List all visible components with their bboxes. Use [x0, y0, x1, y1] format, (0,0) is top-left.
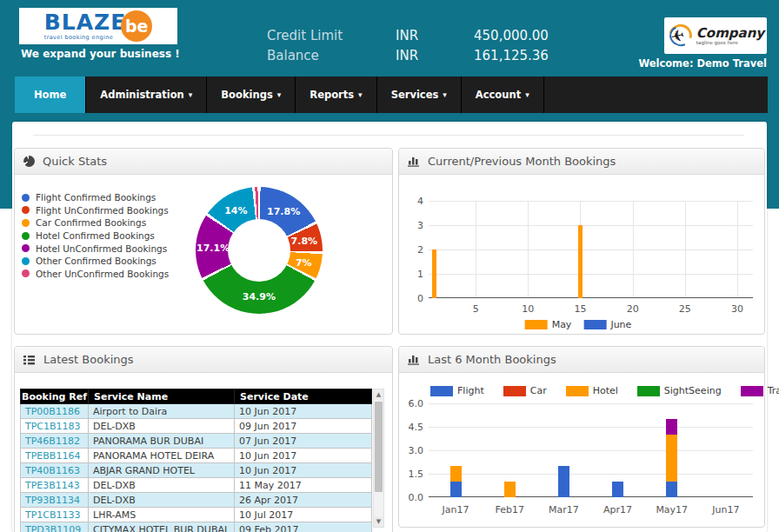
- pie-chart-icon: [23, 156, 35, 167]
- legend-color-swatch: [525, 320, 548, 329]
- legend-item-label: SightSeeing: [664, 385, 722, 396]
- logo-be-badge: be: [121, 10, 152, 42]
- table-row: TP1CB1133LHR-AMS10 Jul 2017: [21, 508, 372, 522]
- list-icon: [23, 355, 36, 365]
- scrollbar-thumb[interactable]: [375, 402, 383, 492]
- latest-bookings-table: Booking RefService NameService Date TP00…: [20, 389, 372, 532]
- legend-item-label: Other Confirmed Bookings: [36, 256, 156, 266]
- x-axis-label: 5: [473, 303, 479, 315]
- legend-color-dot: [22, 269, 30, 277]
- stacked-bar-segment: [612, 482, 623, 497]
- booking-ref-link[interactable]: TPC1B1183: [21, 419, 89, 434]
- booking-ref-link[interactable]: TPE3B1143: [21, 478, 89, 493]
- content-divider: [33, 135, 744, 136]
- y-axis-label: 1: [401, 269, 423, 280]
- balance-currency: INR: [396, 48, 418, 63]
- booking-ref-link[interactable]: TPD3B1109: [21, 522, 89, 532]
- table-column-header: Booking Ref: [21, 389, 89, 404]
- scrollbar-up-arrow[interactable]: ▲: [374, 389, 383, 400]
- logo-brand-text: BLAZE: [44, 12, 127, 33]
- y-axis-label: 3.0: [401, 445, 423, 456]
- gridline: [429, 450, 753, 451]
- nav-item-label: Account: [476, 89, 521, 101]
- y-axis-label: 0.0: [401, 492, 423, 503]
- legend-item-label: Car Confirmed Bookings: [36, 217, 146, 228]
- nav-item-home[interactable]: Home: [15, 76, 86, 113]
- x-axis-label: Feb17: [496, 504, 524, 515]
- service-date-cell: 11 May 2017: [235, 478, 372, 493]
- x-axis-line: [429, 496, 753, 497]
- legend-item-label: June: [610, 319, 631, 330]
- nav-item-services[interactable]: Services▾: [377, 76, 462, 113]
- service-name-cell: DEL-DXB: [89, 493, 235, 508]
- blaze-logo[interactable]: BLAZE travel booking engine be: [19, 8, 177, 44]
- company-logo-text: Company: [696, 27, 764, 40]
- donut-hole: [228, 219, 290, 282]
- chevron-down-icon: ▾: [277, 90, 282, 99]
- booking-ref-link[interactable]: TP46B1182: [21, 434, 89, 449]
- service-date-cell: 26 Apr 2017: [235, 493, 372, 508]
- y-axis-label: 2: [401, 244, 423, 256]
- stacked-bar-segment: [450, 482, 462, 497]
- balance-value: 161,125.36: [474, 48, 549, 63]
- legend-color-swatch: [637, 386, 660, 396]
- service-date-cell: 10 Jul 2017: [235, 508, 372, 522]
- legend-color-dot: [22, 194, 30, 202]
- y-axis-label: 4: [401, 196, 423, 207]
- latest-bookings-header: Latest Bookings: [15, 347, 392, 373]
- credit-limit-currency: INR: [396, 28, 418, 43]
- table-row: TPE3B1143DEL-DXB11 May 2017: [21, 478, 372, 493]
- airplane-icon: ✈: [667, 22, 695, 50]
- quick-stats-header: Quick Stats: [15, 149, 392, 175]
- legend-item-label: Hotel UnConfirmed Bookings: [36, 243, 167, 254]
- latest-bookings-title: Latest Bookings: [43, 353, 134, 366]
- x-axis-label: Jun17: [712, 504, 739, 515]
- legend-color-swatch: [430, 386, 453, 396]
- nav-item-label: Bookings: [221, 89, 272, 101]
- main-nav: HomeAdministration▾Bookings▾Reports▾Serv…: [15, 76, 768, 113]
- legend-item: Flight: [430, 385, 484, 396]
- quick-stats-legend: Flight Confirmed BookingsFlight UnConfir…: [22, 191, 169, 280]
- donut-slice-label: 7.8%: [291, 236, 318, 247]
- booking-ref-link[interactable]: TP1CB1133: [21, 508, 89, 522]
- stacked-bar-segment: [666, 482, 677, 497]
- scrollbar-down-arrow[interactable]: ▼: [374, 516, 383, 527]
- y-axis-label: 6.0: [401, 398, 423, 409]
- gridline: [429, 474, 753, 475]
- booking-ref-link[interactable]: TP00B1186: [21, 404, 89, 419]
- table-column-header: Service Date: [235, 389, 372, 404]
- chevron-down-icon: ▾: [358, 90, 363, 99]
- nav-item-administration[interactable]: Administration▾: [86, 76, 207, 113]
- gridline: [429, 249, 753, 250]
- column-bar: [578, 225, 583, 298]
- table-scrollbar[interactable]: ▲ ▼: [373, 389, 384, 528]
- service-date-cell: 10 Jun 2017: [235, 404, 372, 419]
- gridline: [633, 201, 634, 298]
- credit-limit-value: 450,000.00: [474, 28, 549, 43]
- donut-slice-label: 7%: [296, 256, 312, 268]
- nav-item-label: Services: [391, 89, 439, 101]
- booking-ref-link[interactable]: TP93B1134: [21, 493, 89, 508]
- legend-color-dot: [22, 232, 30, 240]
- gridline: [429, 403, 753, 404]
- service-date-cell: 09 Jun 2017: [235, 419, 372, 434]
- legend-color-dot: [22, 206, 30, 214]
- quick-stats-panel: Quick Stats Flight Confirmed BookingsFli…: [14, 148, 393, 335]
- legend-item: Car: [503, 385, 547, 396]
- booking-ref-link[interactable]: TP40B1163: [21, 463, 89, 478]
- nav-item-reports[interactable]: Reports▾: [296, 76, 376, 113]
- x-axis-label: 20: [627, 303, 639, 315]
- gridline: [429, 201, 753, 202]
- gridline: [476, 201, 476, 298]
- booking-ref-link[interactable]: TPEBB1164: [21, 449, 89, 463]
- table-row: TP46B1182PANORAMA BUR DUBAI07 Jun 2017: [21, 434, 372, 449]
- nav-item-bookings[interactable]: Bookings▾: [207, 76, 296, 113]
- legend-color-dot: [22, 257, 30, 265]
- legend-item: Flight Confirmed Bookings: [22, 191, 169, 204]
- legend-item-label: Flight Confirmed Bookings: [36, 192, 156, 203]
- nav-item-account[interactable]: Account▾: [462, 76, 544, 113]
- x-axis-line: [429, 297, 753, 298]
- stacked-bar-segment: [558, 466, 569, 497]
- service-name-cell: DEL-DXB: [89, 419, 235, 434]
- nav-item-label: Home: [34, 89, 66, 101]
